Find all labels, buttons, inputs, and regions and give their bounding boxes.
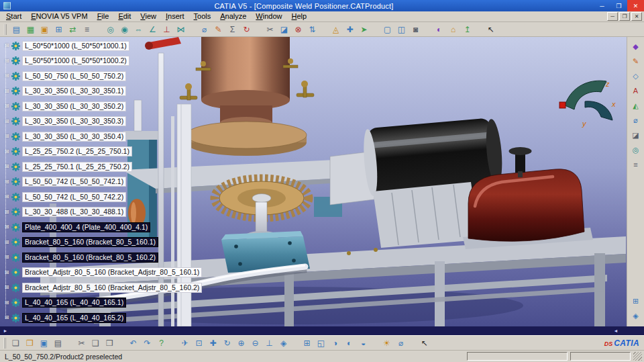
compass-anchor-icon[interactable] xyxy=(559,102,566,108)
expand-node-icon[interactable]: ⊞ xyxy=(3,42,10,49)
swap-visible-space-icon[interactable]: ◒ xyxy=(356,336,370,350)
doc-minimize-button[interactable]: ─ xyxy=(607,12,618,21)
doc-restore-button[interactable]: ❐ xyxy=(619,12,630,21)
publish-icon[interactable]: ↥ xyxy=(460,23,474,36)
menu-file[interactable]: File xyxy=(93,11,114,21)
tree-item[interactable]: ⊞ L_50_50_750 (L_50_50_750.2) xyxy=(0,69,202,84)
zoom-in-icon[interactable]: ⊕ xyxy=(234,336,248,350)
expand-node-icon[interactable]: ⊞ xyxy=(3,269,10,276)
expand-node-icon[interactable]: ⊞ xyxy=(3,284,10,291)
close-button[interactable]: ✕ xyxy=(627,0,644,11)
app-icon[interactable] xyxy=(3,2,11,9)
print-icon[interactable]: ▤ xyxy=(51,336,65,350)
manipulate-icon[interactable]: ✚ xyxy=(343,23,357,36)
render-style-icon[interactable]: ◐ xyxy=(432,23,446,36)
pan-icon[interactable]: ✚ xyxy=(206,336,220,350)
expand-node-icon[interactable]: ⊞ xyxy=(3,133,10,140)
distance-band-icon[interactable]: ⇅ xyxy=(305,23,319,36)
menu-view[interactable]: View xyxy=(136,11,161,21)
shading-mode-icon[interactable]: ◑ xyxy=(328,336,342,350)
fix-component-icon[interactable]: ⊥ xyxy=(160,23,174,36)
selector-icon[interactable]: ↖ xyxy=(484,23,498,36)
sketcher-icon[interactable]: ✎ xyxy=(629,55,643,68)
sectioning-icon[interactable]: ◪ xyxy=(277,23,291,36)
expand-node-icon[interactable]: ⊞ xyxy=(3,103,10,109)
new-file-icon[interactable]: ❏ xyxy=(9,336,23,350)
catalog-browser-icon[interactable]: ⌂ xyxy=(446,23,460,36)
mass-properties-icon[interactable]: Σ xyxy=(225,23,239,36)
expand-node-icon[interactable]: ⊞ xyxy=(3,148,10,155)
enovia-icon[interactable]: ◆ xyxy=(629,40,643,53)
expand-node-icon[interactable]: ⊞ xyxy=(3,239,10,246)
tree-item[interactable]: ⊞ L_30_30_350 (L_30_30_350.1) xyxy=(0,84,202,99)
select-tool-icon[interactable]: ↖ xyxy=(417,336,431,350)
rotate-view-icon[interactable]: ↻ xyxy=(220,336,234,350)
menu-start[interactable]: Start xyxy=(1,11,26,21)
expand-node-icon[interactable]: ⊞ xyxy=(3,300,10,306)
scroll-right-icon[interactable]: ◄ xyxy=(610,327,621,335)
minimize-button[interactable]: ─ xyxy=(594,0,610,11)
measure-icon[interactable]: ⌀ xyxy=(629,114,643,127)
tree-item[interactable]: ⊞ L_40_40_165 (L_40_40_165.2) xyxy=(0,310,202,326)
tile-window-icon[interactable]: ◫ xyxy=(394,23,409,36)
tree-item[interactable]: ⊞ Plate_400_400_4 (Plate_400_400_4.1) xyxy=(0,220,202,235)
graph-tree-reorder-icon[interactable]: ≡ xyxy=(80,23,94,36)
fit-all-in-icon[interactable]: ⊡ xyxy=(192,336,206,350)
power-input-field[interactable] xyxy=(467,352,568,361)
tree-item[interactable]: ⊞ L_30_30_488 (L_30_30_488.1) xyxy=(0,205,202,220)
menu-edit[interactable]: Edit xyxy=(113,11,136,21)
smart-move-icon[interactable]: ➤ xyxy=(357,23,371,36)
tree-item[interactable]: ⊞ L_50_50_742 (L_50_50_742.2) xyxy=(0,189,202,205)
menu-help[interactable]: Help xyxy=(287,11,312,21)
constraints-icon[interactable]: ◎ xyxy=(629,144,643,156)
toolbar-grip[interactable] xyxy=(4,24,7,35)
new-product-icon[interactable]: ▦ xyxy=(23,23,38,36)
menu-tools[interactable]: Tools xyxy=(189,11,216,21)
existing-component-icon[interactable]: ⊞ xyxy=(52,23,66,36)
new-component-icon[interactable]: ▤ xyxy=(9,23,23,36)
update-all-icon[interactable]: ↻ xyxy=(239,23,254,36)
quick-view-icon[interactable]: ◱ xyxy=(314,336,328,350)
fix-together-icon[interactable]: ⋈ xyxy=(174,23,188,36)
plane-icon[interactable]: ◇ xyxy=(629,70,643,83)
tree-item[interactable]: ⊞ Bracket_80_5_160 (Bracket_80_5_160.1) xyxy=(0,235,202,251)
light-effect-icon[interactable]: ☀ xyxy=(380,336,394,350)
four-view-icon[interactable]: ⊞ xyxy=(629,295,643,308)
zoom-out-icon[interactable]: ⊖ xyxy=(248,336,262,350)
new-window-icon[interactable]: ▢ xyxy=(380,23,394,36)
multi-view-icon[interactable]: ⊞ xyxy=(300,336,314,350)
tree-item[interactable]: ⊞ L_25_25_750.2 (L_25_25_750.1) xyxy=(0,144,202,160)
save-file-icon[interactable]: ▣ xyxy=(37,336,51,350)
expand-node-icon[interactable]: ⊞ xyxy=(3,118,10,125)
explode-view-icon[interactable]: ◬ xyxy=(329,23,343,36)
coincidence-constraint-icon[interactable]: ◎ xyxy=(103,23,117,36)
annotation-icon[interactable]: A xyxy=(629,85,643,97)
measure-between-icon[interactable]: ⌀ xyxy=(197,23,211,36)
whats-this-icon[interactable]: ? xyxy=(154,336,168,350)
expand-node-icon[interactable]: ⊞ xyxy=(3,73,10,79)
menu-window[interactable]: Window xyxy=(251,11,286,21)
tree-item[interactable]: ⊞ L_50*50*1000 (L_50*50*1000.1) xyxy=(0,38,202,54)
replace-component-icon[interactable]: ⇄ xyxy=(66,23,80,36)
contact-constraint-icon[interactable]: ◉ xyxy=(117,23,131,36)
expand-node-icon[interactable]: ⊞ xyxy=(3,224,10,230)
tree-item[interactable]: ⊞ L_30_30_350 (L_30_30_350.3) xyxy=(0,114,202,130)
tree-item[interactable]: ⊞ Bracket_Adjstr_80_5_160 (Bracket_Adjst… xyxy=(0,280,202,296)
3d-viewport[interactable]: z x y ⊞ xyxy=(0,37,627,326)
tree-item[interactable]: ⊞ L_50_50_742 (L_50_50_742.1) xyxy=(0,175,202,190)
hide-show-icon[interactable]: ◐ xyxy=(342,336,356,350)
expand-node-icon[interactable]: ⊞ xyxy=(3,193,10,200)
3d-compass[interactable]: z x y xyxy=(555,75,617,128)
expand-node-icon[interactable]: ⊞ xyxy=(3,209,10,216)
tree-item[interactable]: ⊞ L_40_40_165 (L_40_40_165.1) xyxy=(0,296,202,311)
expand-node-icon[interactable]: ⊞ xyxy=(3,314,10,321)
specification-filter-icon[interactable]: ≡ xyxy=(629,159,643,171)
open-file-icon[interactable]: ❐ xyxy=(23,336,37,350)
tree-item[interactable]: ⊞ L_25_25_750.1 (L_25_25_750.2) xyxy=(0,159,202,175)
maximize-button[interactable]: ❐ xyxy=(610,0,627,11)
menu-insert[interactable]: Insert xyxy=(161,11,189,21)
capture-image-icon[interactable]: ◙ xyxy=(409,23,423,36)
tree-item[interactable]: ⊞ L_50*50*1000 (L_50*50*1000.2) xyxy=(0,54,202,69)
new-part-icon[interactable]: ▣ xyxy=(38,23,52,36)
expand-node-icon[interactable]: ⊞ xyxy=(3,88,10,95)
